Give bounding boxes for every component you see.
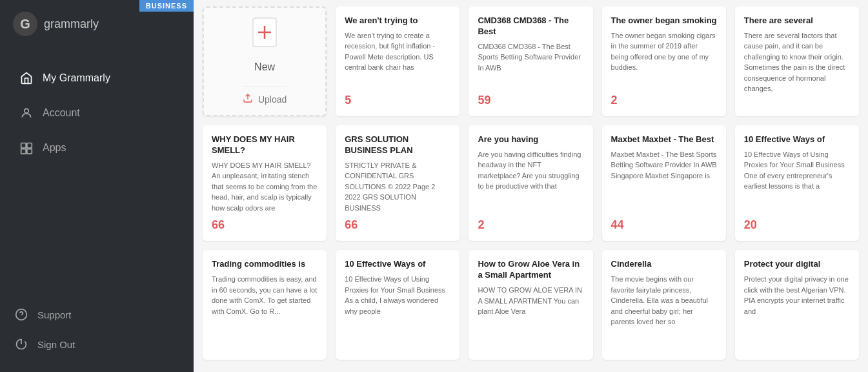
sidebar-item-my-grammarly[interactable]: My Grammarly [5,62,188,94]
document-card[interactable]: The owner began smoking The owner began … [602,6,726,116]
upload-icon [243,93,253,106]
cards-row-2: WHY DOES MY HAIR SMELL? WHY DOES MY HAIR… [203,125,859,241]
document-card[interactable]: 10 Effective Ways of 10 Effective Ways o… [336,250,459,360]
document-card[interactable]: How to Grow Aloe Vera in a Small Apartme… [469,250,592,360]
svg-point-0 [25,108,29,113]
card-count: 66 [345,218,450,232]
document-card[interactable]: Are you having Are you having difficulti… [469,125,592,241]
card-excerpt: We aren't trying to create a recession, … [345,30,450,88]
card-title: Maxbet Maxbet - The Best [611,134,717,145]
document-card[interactable]: Protect your digital Protect your digita… [735,250,859,360]
new-document-card[interactable]: New Upload [203,6,327,116]
document-card[interactable]: Maxbet Maxbet - The Best Maxbet Maxbet -… [602,125,726,241]
cards-row-3: Trading commodities is Trading commoditi… [203,250,859,360]
card-title: The owner began smoking [611,16,717,26]
card-count: 5 [345,94,450,107]
card-title: Protect your digital [744,259,850,270]
card-excerpt: Maxbet Maxbet - The Best Sports Betting … [611,149,717,213]
upload-label: Upload [258,94,287,105]
document-card[interactable]: There are several There are several fact… [735,6,859,116]
card-excerpt: CMD368 CMD368 - The Best Sports Betting … [478,41,583,88]
document-card[interactable]: We aren't trying to We aren't trying to … [336,6,459,116]
power-icon [14,337,28,351]
card-excerpt: There are several factors that cause pai… [744,30,850,107]
document-card[interactable]: Trading commodities is Trading commoditi… [203,250,327,360]
card-count: 2 [478,218,583,232]
document-card[interactable]: 10 Effective Ways of 10 Effective Ways o… [735,125,859,241]
app-name: grammarly [44,17,99,31]
sidebar-item-label: Account [43,107,80,119]
svg-rect-4 [27,149,32,154]
card-count: 44 [611,218,717,232]
upload-area[interactable]: Upload [243,86,287,106]
svg-rect-1 [21,143,26,149]
sidebar-item-label: Sign Out [37,339,75,350]
document-card[interactable]: WHY DOES MY HAIR SMELL? WHY DOES MY HAIR… [203,125,327,241]
card-excerpt: Protect your digital privacy in one clic… [744,274,850,351]
card-count: 59 [478,94,583,107]
card-excerpt: 10 Effective Ways of Using Proxies for Y… [744,149,850,213]
question-icon [14,307,28,322]
sidebar-bottom: Support Sign Out [0,300,194,372]
card-title: How to Grow Aloe Vera in a Small Apartme… [478,259,583,281]
card-title: There are several [744,16,850,26]
svg-rect-3 [21,149,26,154]
sidebar-item-signout[interactable]: Sign Out [0,329,194,359]
sidebar-item-label: My Grammarly [43,72,110,84]
card-title: CMD368 CMD368 - The Best [478,16,583,37]
business-badge: BUSINESS [139,0,194,12]
card-title: Cinderella [611,259,717,270]
card-excerpt: The movie begins with our favorite fairy… [611,274,717,351]
card-title: GRS SOLUTION BUSINESS PLAN [345,134,450,156]
card-excerpt: Trading commodities is easy, and in 60 s… [212,274,318,351]
card-title: 10 Effective Ways of [744,134,850,145]
card-title: We aren't trying to [345,16,450,26]
card-title: WHY DOES MY HAIR SMELL? [212,134,318,156]
sidebar-item-label: Apps [43,142,66,154]
sidebar: BUSINESS G grammarly My Grammarly Accoun… [0,0,194,372]
card-excerpt: STRICTLY PRIVATE & CONFIDENTIAL GRS SOLU… [345,160,450,214]
sidebar-item-label: Support [37,309,72,320]
grammarly-logo-icon: G [13,12,37,36]
card-count: 66 [212,218,318,232]
document-card[interactable]: CMD368 CMD368 - The Best CMD368 CMD368 -… [469,6,592,116]
card-title: 10 Effective Ways of [345,259,450,270]
sidebar-item-support[interactable]: Support [0,300,194,329]
card-excerpt: WHY DOES MY HAIR SMELL? An unpleasant, i… [212,160,318,214]
card-excerpt: 10 Effective Ways of Using Proxies for Y… [345,274,450,351]
sidebar-nav: My Grammarly Account Apps [0,61,194,300]
document-card[interactable]: Cinderella The movie begins with our fav… [602,250,726,360]
main-content: New Upload We aren't trying to We aren't… [194,0,868,372]
card-title: Are you having [478,134,583,145]
card-count: 20 [744,218,850,232]
document-card[interactable]: GRS SOLUTION BUSINESS PLAN STRICTLY PRIV… [336,125,459,241]
box-icon [19,141,34,155]
new-doc-icon [252,17,278,54]
svg-rect-2 [27,143,32,149]
card-count: 2 [611,94,717,107]
cards-row-1: New Upload We aren't trying to We aren't… [203,6,859,116]
sidebar-item-account[interactable]: Account [5,97,188,129]
card-excerpt: Are you having difficulties finding head… [478,149,583,213]
sidebar-item-apps[interactable]: Apps [5,132,188,164]
card-excerpt: The owner began smoking cigars in the su… [611,30,717,88]
new-label: New [254,61,275,73]
card-excerpt: HOW TO GROW ALOE VERA IN A SMALL APARTME… [478,285,583,351]
home-icon [19,71,34,85]
user-icon [19,106,34,120]
card-title: Trading commodities is [212,259,318,270]
